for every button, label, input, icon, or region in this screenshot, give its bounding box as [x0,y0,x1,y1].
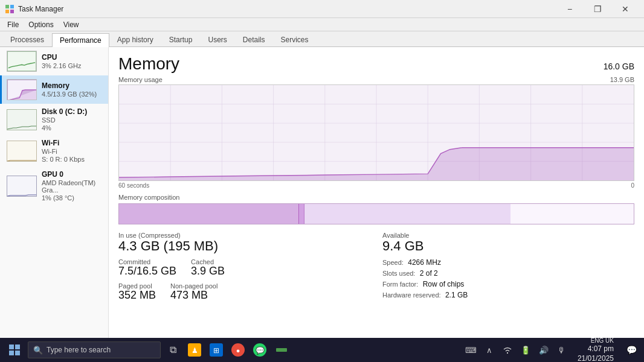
sidebar-item-gpu[interactable]: GPU 0 AMD Radeon(TM) Gra... 1% (38 °C) [0,167,108,205]
sidebar-item-cpu[interactable]: CPU 3% 2.16 GHz [0,47,108,75]
sidebar: CPU 3% 2.16 GHz Memory 4.5/13.9 GB (32%) [0,47,109,338]
network-icon[interactable] [500,339,515,361]
paged-pool-value: 352 MB [118,290,156,302]
tab-performance[interactable]: Performance [52,33,109,47]
memory-chart [118,84,634,181]
svg-rect-2 [5,10,9,13]
battery-icon[interactable]: 🔋 [518,339,533,361]
svg-rect-23 [9,345,14,349]
app-icon-2: ⊞ [210,343,223,357]
comp-standby [304,204,510,224]
taskbar: 🔍 Type here to search ⧉ ♟ ⊞ ● 💬 [0,338,644,362]
slots-value: 2 of 2 [420,269,438,278]
composition-label: Memory composition [118,194,634,201]
app-icon-4: 💬 [253,343,266,357]
volume-icon[interactable]: 🔊 [536,339,551,361]
notification-button[interactable]: 💬 [622,339,640,361]
total-memory: 16.0 GB [604,62,634,71]
taskbar-app-icon-4[interactable]: 💬 [250,339,269,361]
restore-button[interactable]: ❐ [584,0,611,18]
tab-users[interactable]: Users [200,33,234,46]
app-icon-1: ♟ [188,343,201,357]
form-factor-label: Form factor: [382,281,418,288]
disk-sub2: 4% [42,124,103,132]
keyboard-icon[interactable]: ⌨ [464,339,478,361]
sidebar-item-disk[interactable]: Disk 0 (C: D:) SSD 4% [0,104,108,135]
hw-reserved-label: Hardware reserved: [382,291,441,299]
memory-sub: 4.5/13.9 GB (32%) [42,91,103,98]
mic-icon[interactable]: 🎙 [555,339,569,361]
svg-text:●: ● [236,347,240,354]
taskbar-clock[interactable]: ENG UK 4:07 pm 21/01/2025 [573,337,619,362]
available-value: 9.4 GB [382,239,423,253]
close-button[interactable]: ✕ [611,0,639,18]
chart-label-text: Memory usage [118,76,163,83]
clock-date: 21/01/2025 [578,354,614,363]
svg-rect-25 [9,351,14,355]
gpu-sub2: 1% (38 °C) [42,194,103,202]
menubar: File Options View [0,18,644,31]
tab-details[interactable]: Details [235,33,273,46]
titlebar: Task Manager − ❐ ✕ [0,0,644,18]
taskmanager-icon [5,4,14,14]
stat-slots: Slots used: 2 of 2 [382,269,634,278]
menu-options[interactable]: Options [24,19,58,30]
wifi-sub2: S: 0 R: 0 Kbps [42,156,103,163]
cpu-info: CPU 3% 2.16 GHz [42,53,103,69]
start-button[interactable] [4,339,25,361]
sidebar-item-memory[interactable]: Memory 4.5/13.9 GB (32%) [0,75,108,104]
cpu-title: CPU [42,53,103,62]
form-factor-value: Row of chips [423,280,465,288]
chart-label: Memory usage 13.9 GB [118,76,634,83]
search-text: Type here to search [47,346,111,354]
stat-paged-pool: Paged pool 352 MB [118,282,156,302]
svg-text:⊞: ⊞ [213,346,219,355]
tab-app-history[interactable]: App history [109,33,161,46]
disk-info: Disk 0 (C: D:) SSD 4% [42,107,103,132]
taskbar-app-icon-2[interactable]: ⊞ [207,339,226,361]
memory-chart-svg [119,85,634,180]
svg-text:♟: ♟ [192,346,198,355]
svg-rect-8 [7,176,37,197]
content-title: Memory [118,54,179,74]
sidebar-item-wifi[interactable]: Wi-Fi Wi-Fi S: 0 R: 0 Kbps [0,135,108,167]
wifi-title: Wi-Fi [42,139,103,147]
stat-available-row: Available 9.4 GB [382,232,423,253]
disk-sub1: SSD [42,116,103,124]
wifi-icon [503,346,512,354]
tab-services[interactable]: Services [273,33,317,46]
tab-processes[interactable]: Processes [2,33,52,46]
svg-rect-26 [15,351,20,355]
stat-available: Available 9.4 GB [382,232,634,258]
menu-view[interactable]: View [59,19,84,30]
comp-modified [299,204,304,224]
content-area: Memory 16.0 GB Memory usage 13.9 GB [109,47,644,338]
comp-free [510,204,634,224]
hw-reserved-value: 2.1 GB [445,291,468,299]
memory-chart-section: Memory usage 13.9 GB [118,76,634,189]
memory-info: Memory 4.5/13.9 GB (32%) [42,81,103,98]
minimize-button[interactable]: − [556,0,584,18]
slots-label: Slots used: [382,270,415,277]
chart-time: 60 seconds 0 [118,182,634,189]
speed-label: Speed: [382,259,404,266]
stats-grid: In use (Compressed) 4.3 GB (195 MB) Comm… [118,232,634,306]
taskbar-app-icon-1[interactable]: ♟ [185,339,204,361]
stat-pair-committed-cached: Committed 7.5/16.5 GB Cached 3.9 GB [118,258,370,282]
taskbar-app-icon-5[interactable] [272,339,291,361]
stat-in-use: In use (Compressed) 4.3 GB (195 MB) [118,232,370,253]
cpu-thumbnail [7,51,37,72]
taskbar-app-icon-3[interactable]: ● [228,339,248,361]
committed-value: 7.5/16.5 GB [118,265,176,278]
clock-time: 4:07 pm [578,345,614,354]
menu-file[interactable]: File [2,19,24,30]
chevron-up-tray[interactable]: ∧ [482,339,497,361]
stats-right: Available 9.4 GB Speed: 4266 MHz Slots u… [382,232,634,306]
memory-title: Memory [42,81,103,90]
taskbar-search[interactable]: 🔍 Type here to search [28,341,161,358]
tab-startup[interactable]: Startup [161,33,201,46]
composition-bar [118,203,634,224]
task-view-button[interactable]: ⧉ [163,339,182,361]
wifi-sub1: Wi-Fi [42,148,103,155]
search-icon: 🔍 [33,346,43,355]
